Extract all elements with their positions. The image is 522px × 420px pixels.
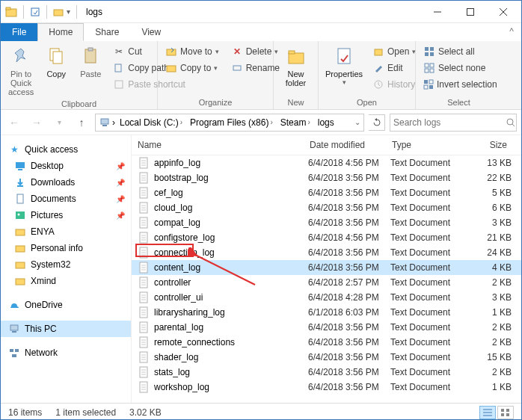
file-row[interactable]: cloud_log6/4/2018 3:56 PMText Document6 … [132, 200, 521, 215]
column-type[interactable]: Type [386, 135, 468, 155]
crumb-1[interactable]: Program Files (x86)› [187, 117, 276, 128]
file-row[interactable]: controller_ui6/4/2018 4:28 PMText Docume… [132, 290, 521, 305]
folder-icon [14, 226, 26, 238]
file-row[interactable]: shader_log6/4/2018 3:56 PMText Document1… [132, 350, 521, 365]
file-row[interactable]: controller6/4/2018 2:57 PMText Document2… [132, 275, 521, 290]
view-details-button[interactable] [479, 406, 496, 419]
maximize-button[interactable] [454, 1, 487, 22]
file-size: 6 KB [473, 203, 518, 213]
crumb-2[interactable]: Steam› [277, 117, 313, 128]
column-size[interactable]: Size [468, 135, 513, 155]
qat-dropdown-icon[interactable]: ▾ [67, 7, 70, 16]
rename-icon [231, 62, 243, 74]
file-type: Text Document [390, 337, 473, 348]
tab-file[interactable]: File [1, 23, 37, 41]
file-row[interactable]: remote_connections6/4/2018 3:56 PMText D… [132, 335, 521, 350]
column-date[interactable]: Date modified [304, 135, 386, 155]
file-row[interactable]: workshop_log6/4/2018 3:56 PMText Documen… [132, 380, 521, 395]
nav-pictures[interactable]: Pictures📌 [1, 207, 131, 223]
pc-icon [99, 117, 111, 129]
open-button[interactable]: Open▾ [369, 44, 419, 59]
minimize-button[interactable] [421, 1, 454, 22]
tab-share[interactable]: Share [84, 23, 130, 41]
tab-home[interactable]: Home [37, 23, 84, 41]
svg-rect-13 [115, 81, 123, 88]
back-button[interactable]: ← [5, 114, 23, 132]
paste-button[interactable]: Paste [76, 43, 105, 80]
nav-documents[interactable]: Documents📌 [1, 191, 131, 207]
file-type: Text Document [390, 158, 473, 168]
file-size: 1 KB [473, 307, 518, 318]
file-size: 2 KB [473, 337, 518, 348]
address-bar[interactable]: › Local Disk (C:)› Program Files (x86)› … [95, 114, 364, 132]
file-date: 6/4/2018 3:56 PM [308, 352, 390, 362]
select-none-button[interactable]: Select none [420, 61, 497, 75]
forward-button[interactable]: → [28, 114, 46, 132]
file-row[interactable]: appinfo_log6/4/2018 4:56 PMText Document… [132, 155, 521, 170]
qat-properties-icon[interactable] [30, 7, 40, 17]
file-size: 13 KB [473, 158, 518, 168]
crumb-3[interactable]: logs [315, 117, 337, 128]
nav-desktop[interactable]: Desktop📌 [1, 158, 131, 174]
select-all-button[interactable]: Select all [420, 44, 497, 59]
nav-downloads[interactable]: Downloads📌 [1, 174, 131, 191]
refresh-button[interactable] [369, 114, 385, 131]
ribbon-collapse-icon[interactable]: ^ [502, 23, 521, 41]
svg-rect-50 [10, 349, 13, 352]
file-row[interactable]: connection_log6/4/2018 3:56 PMText Docum… [132, 245, 521, 260]
history-button[interactable]: History [369, 77, 419, 92]
copy-button[interactable]: Copy [41, 43, 71, 80]
nav-system32[interactable]: System32 [1, 256, 131, 273]
pin-icon: 📌 [116, 195, 125, 203]
recent-dropdown[interactable]: ▾ [50, 114, 68, 132]
file-name: connection_log [154, 247, 308, 258]
file-row[interactable]: cef_log6/4/2018 3:56 PMText Document5 KB [132, 185, 521, 200]
network-icon [8, 347, 20, 359]
file-row[interactable]: content_log6/4/2018 3:56 PMText Document… [132, 260, 521, 275]
file-row[interactable]: configstore_log6/4/2018 4:56 PMText Docu… [132, 230, 521, 245]
search-input[interactable] [393, 117, 506, 128]
file-row[interactable]: bootstrap_log6/4/2018 3:56 PMText Docume… [132, 170, 521, 185]
column-name[interactable]: Name [132, 135, 304, 155]
file-row[interactable]: compat_log6/4/2018 3:56 PMText Document3… [132, 215, 521, 230]
file-name: appinfo_log [154, 158, 308, 168]
file-type: Text Document [390, 262, 473, 273]
nav-enya[interactable]: ENYA [1, 223, 131, 240]
onedrive-icon [8, 299, 20, 311]
nav-this-pc[interactable]: This PC [1, 321, 131, 337]
text-document-icon [138, 381, 150, 393]
file-size: 21 KB [473, 232, 518, 243]
crumb-0[interactable]: Local Disk (C:)› [117, 117, 185, 128]
chevron-right-icon[interactable]: › [112, 117, 115, 128]
open-icon [372, 46, 384, 58]
nav-network[interactable]: Network [1, 345, 131, 361]
nav-onedrive[interactable]: OneDrive [1, 297, 131, 313]
file-row[interactable]: parental_log6/4/2018 3:56 PMText Documen… [132, 320, 521, 335]
file-type: Text Document [390, 247, 473, 258]
nav-personal[interactable]: Personal info [1, 240, 131, 256]
new-folder-button[interactable]: New folder [278, 43, 313, 89]
paste-shortcut-icon [113, 78, 125, 90]
file-row[interactable]: stats_log6/4/2018 3:56 PMText Document2 … [132, 365, 521, 380]
search-icon [506, 117, 516, 128]
search-box[interactable] [390, 114, 517, 132]
edit-icon [372, 62, 384, 74]
tab-view[interactable]: View [130, 23, 172, 41]
nav-quick-access[interactable]: ★Quick access [1, 141, 131, 158]
up-button[interactable]: ↑ [73, 114, 90, 132]
properties-button[interactable]: Properties ▾ [323, 43, 365, 87]
nav-xmind[interactable]: Xmind [1, 273, 131, 289]
file-name: bootstrap_log [154, 173, 308, 183]
copy-to-button[interactable]: Copy to▾ [162, 61, 222, 75]
file-row[interactable]: librarysharing_log6/1/2018 6:03 PMText D… [132, 305, 521, 320]
file-type: Text Document [390, 292, 473, 303]
status-size: 3.02 KB [129, 407, 162, 418]
edit-button[interactable]: Edit [369, 61, 419, 75]
invert-selection-button[interactable]: Invert selection [420, 77, 497, 92]
view-large-icons-button[interactable] [497, 406, 514, 419]
pin-quick-access-button[interactable]: Pin to Quick access [5, 43, 37, 98]
svg-rect-38 [16, 162, 25, 168]
close-button[interactable] [487, 1, 520, 22]
address-dropdown-icon[interactable]: ⌄ [354, 118, 360, 126]
move-to-button[interactable]: Move to▾ [162, 44, 222, 59]
